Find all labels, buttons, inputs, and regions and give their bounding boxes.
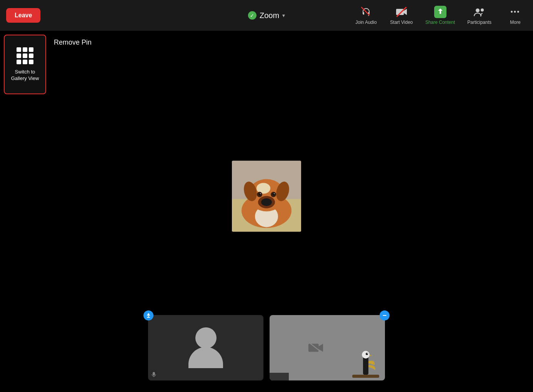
start-video-button[interactable]: Start Video — [390, 6, 413, 25]
svg-point-13 — [261, 198, 272, 206]
avatar — [188, 327, 223, 368]
bottom-thumbnails: − — [148, 315, 385, 380]
participants-icon — [473, 6, 486, 18]
start-video-label: Start Video — [390, 20, 413, 25]
grid-icon — [17, 47, 33, 64]
svg-line-0 — [361, 7, 369, 15]
headphone-icon — [360, 6, 372, 18]
dark-strip — [270, 373, 289, 380]
svg-rect-22 — [308, 344, 319, 352]
svg-point-16 — [260, 193, 261, 194]
zoom-label: Zoom — [260, 11, 279, 20]
avatar-head — [195, 327, 217, 349]
thumbnail-2-container: − — [270, 315, 385, 380]
svg-point-26 — [362, 351, 370, 359]
camera-icon — [395, 6, 408, 18]
minus-badge-2: − — [380, 310, 390, 320]
dog-image — [232, 160, 301, 232]
mic-icon — [151, 372, 157, 378]
more-dots-icon: ••• — [509, 6, 521, 18]
thumbnail-1 — [148, 315, 263, 380]
svg-point-2 — [476, 8, 480, 12]
svg-point-3 — [481, 8, 484, 12]
switch-gallery-label: Switch to Gallery View — [11, 69, 39, 82]
topbar: Leave ✓ Zoom ▾ Join Audio — [0, 0, 533, 31]
remove-pin-button[interactable]: Remove Pin — [54, 38, 92, 47]
switch-gallery-view-button[interactable]: Switch to Gallery View — [4, 35, 46, 94]
camera-blocked-icon — [308, 342, 323, 354]
topbar-controls: Join Audio Start Video Share Content — [355, 6, 527, 25]
thumbnail-2 — [270, 315, 385, 380]
join-audio-label: Join Audio — [355, 20, 376, 25]
pin-badge-1 — [143, 310, 153, 320]
avatar-body — [188, 347, 223, 368]
chevron-down-icon: ▾ — [282, 12, 285, 18]
share-content-label: Share Content — [425, 20, 455, 25]
center-video-frame — [232, 160, 301, 232]
shield-icon: ✓ — [248, 11, 257, 20]
main-area: Switch to Gallery View Remove Pin — [0, 31, 533, 392]
thumbnail-1-container — [148, 315, 263, 380]
more-button[interactable]: ••• More — [504, 6, 527, 25]
share-content-button[interactable]: Share Content — [425, 6, 455, 25]
join-audio-button[interactable]: Join Audio — [355, 6, 378, 25]
zoom-title: ✓ Zoom ▾ — [248, 11, 285, 20]
svg-rect-20 — [153, 372, 155, 375]
leave-button[interactable]: Leave — [6, 8, 40, 23]
participants-button[interactable]: Participants — [467, 6, 491, 25]
participants-label: Participants — [467, 20, 491, 25]
svg-point-28 — [367, 353, 368, 354]
more-label: More — [510, 20, 520, 25]
share-icon — [434, 6, 446, 18]
svg-point-19 — [274, 193, 275, 194]
svg-rect-24 — [352, 375, 379, 378]
svg-point-27 — [366, 353, 368, 355]
